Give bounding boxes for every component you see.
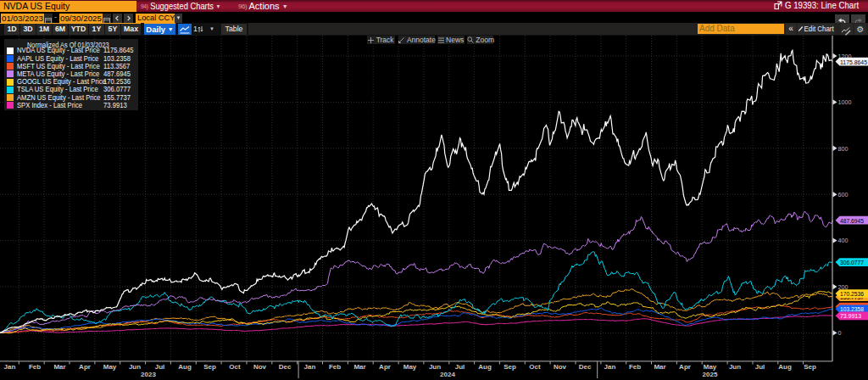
- svg-text:800: 800: [838, 145, 849, 153]
- svg-text:Oct: Oct: [529, 363, 541, 371]
- svg-text:May: May: [403, 363, 417, 371]
- svg-text:Jan: Jan: [304, 363, 316, 371]
- svg-text:Jun: Jun: [729, 363, 741, 371]
- svg-text:Apr: Apr: [679, 363, 691, 371]
- svg-text:170.2536: 170.2536: [840, 290, 864, 298]
- svg-text:306.0777: 306.0777: [840, 259, 864, 266]
- svg-text:0: 0: [838, 329, 842, 337]
- svg-text:400: 400: [838, 237, 849, 244]
- svg-text:Apr: Apr: [379, 363, 391, 371]
- svg-text:Jun: Jun: [429, 363, 441, 371]
- svg-text:Sep: Sep: [504, 363, 516, 371]
- svg-text:Aug: Aug: [778, 363, 792, 371]
- svg-text:Sep: Sep: [203, 363, 216, 371]
- svg-text:Jul: Jul: [455, 363, 465, 371]
- svg-text:Mar: Mar: [53, 363, 65, 371]
- svg-text:487.6945: 487.6945: [840, 217, 864, 225]
- svg-text:Nov: Nov: [554, 363, 567, 371]
- svg-text:Mar: Mar: [353, 363, 365, 371]
- svg-text:Feb: Feb: [629, 363, 641, 371]
- svg-text:Aug: Aug: [478, 363, 492, 371]
- svg-text:Dec: Dec: [579, 363, 592, 371]
- svg-text:600: 600: [838, 191, 849, 198]
- svg-text:Jul: Jul: [755, 363, 765, 371]
- svg-text:73.9913: 73.9913: [840, 312, 861, 320]
- svg-text:Nov: Nov: [253, 363, 267, 371]
- svg-text:Feb: Feb: [329, 363, 341, 371]
- svg-text:Feb: Feb: [29, 363, 41, 371]
- svg-text:Jan: Jan: [4, 363, 16, 371]
- svg-text:Jul: Jul: [155, 363, 165, 371]
- svg-text:Oct: Oct: [229, 363, 241, 371]
- svg-text:Sep: Sep: [804, 363, 816, 371]
- svg-text:May: May: [103, 363, 117, 371]
- svg-text:Jan: Jan: [604, 363, 616, 371]
- svg-text:1175.8645: 1175.8645: [840, 59, 867, 66]
- svg-text:Dec: Dec: [279, 363, 292, 371]
- svg-text:May: May: [704, 363, 717, 371]
- svg-text:Mar: Mar: [654, 363, 665, 371]
- svg-text:Jun: Jun: [129, 363, 141, 371]
- svg-text:Aug: Aug: [178, 363, 192, 371]
- svg-text:1000: 1000: [838, 98, 852, 106]
- svg-text:Apr: Apr: [79, 363, 91, 371]
- svg-text:2024: 2024: [440, 371, 455, 378]
- svg-text:2025: 2025: [703, 371, 718, 378]
- svg-text:2023: 2023: [141, 371, 156, 378]
